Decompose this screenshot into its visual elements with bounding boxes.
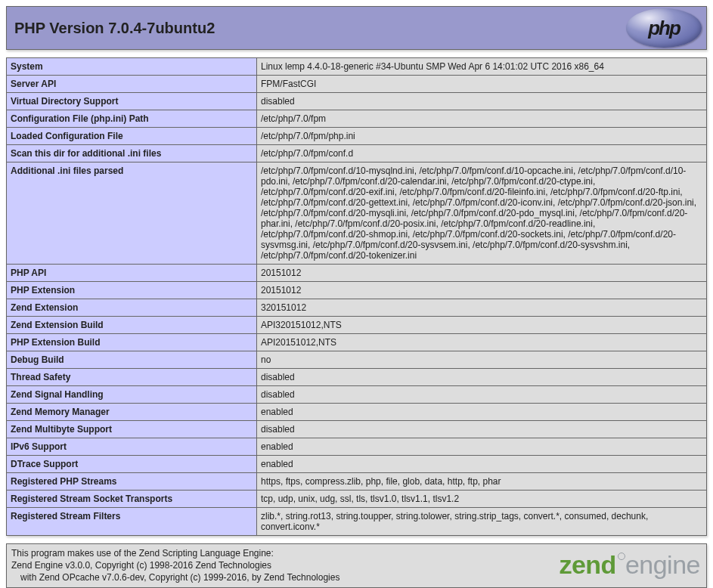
row-label: IPv6 Support — [7, 438, 257, 456]
row-label: Debug Build — [7, 351, 257, 369]
row-label: Loaded Configuration File — [7, 128, 257, 145]
row-label: Additional .ini files parsed — [7, 162, 257, 265]
row-label: PHP Extension Build — [7, 334, 257, 351]
table-row: Loaded Configuration File/etc/php/7.0/fp… — [7, 128, 707, 145]
row-label: System — [7, 58, 257, 76]
row-value: tcp, udp, unix, udg, ssl, tls, tlsv1.0, … — [257, 491, 707, 508]
row-value: disabled — [257, 369, 707, 386]
row-label: Zend Extension Build — [7, 317, 257, 334]
row-label: Zend Signal Handling — [7, 386, 257, 404]
table-row: Registered Stream Filterszlib.*, string.… — [7, 508, 707, 536]
table-row: Zend Signal Handlingdisabled — [7, 386, 707, 404]
row-value: disabled — [257, 421, 707, 438]
row-label: Thread Safety — [7, 369, 257, 386]
row-label: Registered Stream Filters — [7, 508, 257, 536]
table-row: Configuration File (php.ini) Path/etc/ph… — [7, 110, 707, 128]
row-value: https, ftps, compress.zlib, php, file, g… — [257, 473, 707, 491]
table-row: Registered PHP Streamshttps, ftps, compr… — [7, 473, 707, 491]
header-cell: PHP Version 7.0.4-7ubuntu2 php — [7, 7, 707, 50]
row-label: Virtual Directory Support — [7, 93, 257, 110]
row-value: disabled — [257, 93, 707, 110]
table-row: Zend Extension320151012 — [7, 299, 707, 317]
row-value: enabled — [257, 456, 707, 473]
row-label: Zend Multibyte Support — [7, 421, 257, 438]
row-value: enabled — [257, 404, 707, 421]
row-value: zlib.*, string.rot13, string.toupper, st… — [257, 508, 707, 536]
row-label: Scan this dir for additional .ini files — [7, 145, 257, 162]
table-row: Additional .ini files parsed/etc/php/7.0… — [7, 162, 707, 265]
row-value: enabled — [257, 438, 707, 456]
zend-engine-logo-icon: zendengine — [559, 548, 700, 583]
table-row: PHP API20151012 — [7, 265, 707, 282]
row-value: /etc/php/7.0/fpm/conf.d — [257, 145, 707, 162]
row-value: 20151012 — [257, 282, 707, 299]
table-row: DTrace Supportenabled — [7, 456, 707, 473]
row-value: /etc/php/7.0/fpm/conf.d/10-mysqlnd.ini, … — [257, 162, 707, 265]
table-row: Scan this dir for additional .ini files/… — [7, 145, 707, 162]
row-label: PHP Extension — [7, 282, 257, 299]
row-label: Zend Memory Manager — [7, 404, 257, 421]
row-value: API20151012,NTS — [257, 334, 707, 351]
row-label: Registered Stream Socket Transports — [7, 491, 257, 508]
row-value: 20151012 — [257, 265, 707, 282]
table-row: Registered Stream Socket Transportstcp, … — [7, 491, 707, 508]
table-row: Thread Safetydisabled — [7, 369, 707, 386]
row-value: no — [257, 351, 707, 369]
table-row: Zend Memory Managerenabled — [7, 404, 707, 421]
table-row: PHP Extension20151012 — [7, 282, 707, 299]
row-label: Server API — [7, 76, 257, 93]
footer-line3: with Zend OPcache v7.0.6-dev, Copyright … — [11, 571, 339, 583]
table-row: Zend Extension BuildAPI320151012,NTS — [7, 317, 707, 334]
row-value: Linux lemp 4.4.0-18-generic #34-Ubuntu S… — [257, 58, 707, 76]
row-label: PHP API — [7, 265, 257, 282]
table-row: IPv6 Supportenabled — [7, 438, 707, 456]
row-label: Zend Extension — [7, 299, 257, 317]
row-label: Configuration File (php.ini) Path — [7, 110, 257, 128]
page-title: PHP Version 7.0.4-7ubuntu2 — [14, 20, 699, 37]
table-row: Zend Multibyte Supportdisabled — [7, 421, 707, 438]
row-value: 320151012 — [257, 299, 707, 317]
row-value: /etc/php/7.0/fpm/php.ini — [257, 128, 707, 145]
row-label: DTrace Support — [7, 456, 257, 473]
info-table: SystemLinux lemp 4.4.0-18-generic #34-Ub… — [6, 57, 707, 536]
table-row: Server APIFPM/FastCGI — [7, 76, 707, 93]
table-row: Debug Buildno — [7, 351, 707, 369]
row-value: disabled — [257, 386, 707, 404]
header-table: PHP Version 7.0.4-7ubuntu2 php — [6, 6, 707, 50]
row-value: /etc/php/7.0/fpm — [257, 110, 707, 128]
row-value: FPM/FastCGI — [257, 76, 707, 93]
table-row: Virtual Directory Supportdisabled — [7, 93, 707, 110]
table-row: PHP Extension BuildAPI20151012,NTS — [7, 334, 707, 351]
table-row: SystemLinux lemp 4.4.0-18-generic #34-Ub… — [7, 58, 707, 76]
footer-line1: This program makes use of the Zend Scrip… — [11, 548, 274, 559]
footer-table: This program makes use of the Zend Scrip… — [6, 543, 707, 588]
row-value: API320151012,NTS — [257, 317, 707, 334]
footer-cell: This program makes use of the Zend Scrip… — [7, 544, 707, 588]
php-logo-icon: php — [626, 8, 702, 48]
footer-line2: Zend Engine v3.0.0, Copyright (c) 1998-2… — [11, 560, 271, 571]
row-label: Registered PHP Streams — [7, 473, 257, 491]
